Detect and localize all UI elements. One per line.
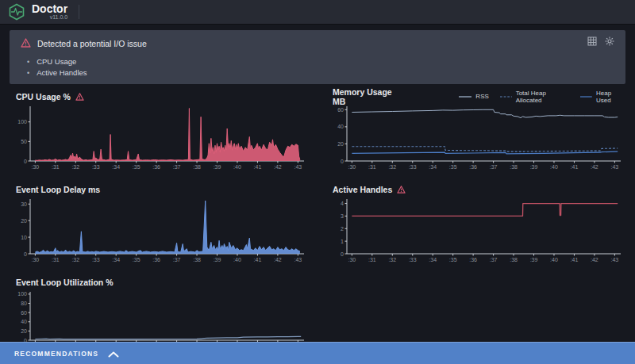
svg-text::38: :38: [510, 257, 518, 262]
svg-text::42: :42: [591, 164, 598, 170]
svg-text:3: 3: [341, 213, 344, 219]
warning-triangle-icon: [397, 182, 406, 197]
svg-text:0: 0: [24, 251, 27, 257]
svg-text::35: :35: [133, 257, 140, 262]
svg-text:20: 20: [21, 218, 27, 224]
svg-text::32: :32: [388, 164, 396, 170]
warning-triangle-icon: [75, 90, 84, 104]
svg-text:1: 1: [341, 239, 344, 244]
hexagon-pulse-logo: [8, 3, 25, 21]
svg-text::31: :31: [368, 164, 376, 170]
svg-text::31: :31: [368, 257, 376, 262]
legend-label: Heap Used: [596, 90, 625, 104]
alert-issue-cpu[interactable]: • CPU Usage: [21, 55, 614, 66]
svg-text::42: :42: [274, 257, 282, 262]
charts-grid: CPU Usage % 050100:30:31:32:33:34:35:36:…: [10, 90, 625, 351]
svg-text::36: :36: [469, 257, 477, 262]
svg-text:30: 30: [21, 201, 27, 207]
svg-text::34: :34: [112, 257, 120, 262]
svg-text::35: :35: [449, 164, 457, 170]
app-version: v11.0.0: [32, 14, 67, 21]
svg-text:20: 20: [21, 328, 27, 334]
svg-text::30: :30: [348, 257, 356, 262]
svg-text::42: :42: [591, 257, 598, 262]
chart-event-loop-utilization: Event Loop Utilization % 020406080100:30…: [10, 276, 309, 351]
svg-text:100: 100: [17, 291, 27, 297]
chart-title: Event Loop Utilization %: [16, 278, 114, 287]
main-content: Detected a potential I/O issue • CPU Usa…: [0, 25, 635, 351]
issue-alert-panel: Detected a potential I/O issue • CPU Usa…: [10, 30, 625, 84]
active-handles-plot: 01234:30:31:32:33:34:35:36:37:38:39:40:4…: [326, 196, 625, 264]
topbar-divider: [79, 5, 79, 19]
svg-text::41: :41: [571, 164, 579, 170]
grid-view-icon[interactable]: [587, 36, 597, 46]
svg-text::36: :36: [469, 164, 477, 170]
svg-text:50: 50: [21, 139, 27, 144]
svg-text:40: 40: [21, 319, 27, 324]
top-bar: Doctor v11.0.0: [0, 0, 635, 25]
svg-text::39: :39: [214, 257, 221, 262]
svg-text::30: :30: [31, 257, 39, 262]
bullet-icon: •: [27, 69, 29, 77]
chart-title: Event Loop Delay ms: [16, 185, 100, 194]
alert-issue-handles[interactable]: • Active Handles: [21, 66, 614, 77]
svg-text::41: :41: [571, 257, 579, 262]
legend-item-rss[interactable]: RSS: [459, 93, 488, 100]
svg-text:2: 2: [341, 226, 344, 232]
svg-text::30: :30: [31, 164, 39, 170]
svg-text::37: :37: [490, 257, 498, 262]
svg-text::41: :41: [254, 164, 262, 170]
svg-text::37: :37: [490, 164, 498, 170]
chevron-up-icon[interactable]: [108, 347, 119, 361]
svg-text:0: 0: [341, 251, 344, 257]
alert-message: Detected a potential I/O issue: [37, 39, 147, 48]
event-loop-delay-plot: 0102030:30:31:32:33:34:35:36:37:38:39:40…: [10, 196, 308, 264]
legend-item-heap-used[interactable]: Heap Used: [580, 90, 625, 104]
app-title-block: Doctor v11.0.0: [32, 3, 67, 21]
chart-memory-usage: Memory Usage MB RSS Total Heap Allocated…: [326, 90, 625, 171]
svg-text:60: 60: [21, 310, 27, 316]
svg-text:80: 80: [21, 301, 27, 306]
recommendations-bar[interactable]: RECOMMENDATIONS: [0, 342, 635, 364]
svg-text::40: :40: [550, 257, 558, 262]
legend-label: RSS: [475, 93, 488, 100]
svg-text::34: :34: [429, 257, 437, 262]
svg-text::39: :39: [530, 164, 538, 170]
svg-text::36: :36: [152, 257, 160, 262]
svg-text::39: :39: [214, 164, 221, 170]
warning-triangle-icon: [21, 36, 31, 51]
cpu-usage-plot: 050100:30:31:32:33:34:35:36:37:38:39:40:…: [10, 103, 308, 171]
bullet-icon: •: [27, 58, 29, 66]
svg-text::37: :37: [173, 257, 181, 262]
svg-text::34: :34: [429, 164, 437, 170]
chart-event-loop-delay: Event Loop Delay ms 0102030:30:31:32:33:…: [10, 183, 309, 264]
svg-text::33: :33: [92, 164, 100, 170]
settings-gear-icon[interactable]: [605, 36, 614, 46]
svg-text::43: :43: [610, 257, 618, 262]
svg-text::35: :35: [133, 164, 140, 170]
svg-text::43: :43: [610, 164, 618, 170]
svg-text::38: :38: [193, 164, 201, 170]
svg-text::38: :38: [193, 257, 201, 262]
svg-text::37: :37: [173, 164, 181, 170]
alert-issue-list: • CPU Usage • Active Handles: [21, 55, 614, 77]
svg-text::41: :41: [254, 257, 262, 262]
svg-text::33: :33: [92, 257, 100, 262]
legend-item-total-heap[interactable]: Total Heap Allocated: [500, 90, 569, 104]
svg-text::32: :32: [388, 257, 396, 262]
memory-usage-plot: 0204060:30:31:32:33:34:35:36:37:38:39:40…: [326, 103, 625, 171]
svg-text:100: 100: [17, 119, 27, 125]
svg-text::30: :30: [348, 164, 356, 170]
chart-cpu-usage: CPU Usage % 050100:30:31:32:33:34:35:36:…: [10, 90, 309, 171]
svg-text:0: 0: [24, 159, 27, 164]
chart-active-handles: Active Handles 01234:30:31:32:33:34:35:3…: [326, 183, 625, 264]
svg-text::38: :38: [510, 164, 518, 170]
alert-issue-label: Active Handles: [37, 68, 87, 77]
svg-text::32: :32: [71, 164, 79, 170]
svg-text::31: :31: [52, 164, 60, 170]
svg-text::42: :42: [274, 164, 282, 170]
svg-text::40: :40: [550, 164, 558, 170]
svg-text::43: :43: [294, 164, 302, 170]
svg-text:60: 60: [337, 107, 344, 113]
svg-text::43: :43: [294, 257, 302, 262]
